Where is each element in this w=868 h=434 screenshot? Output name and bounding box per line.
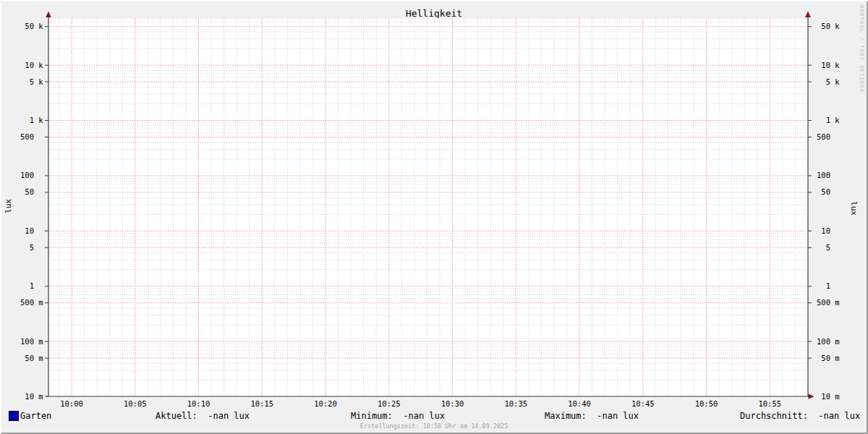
x-axis-tick-label: 10:45 [621,399,665,409]
legend-stat-minimum: Minimum: -nan lux [351,411,445,421]
y-axis-tick-label-left: 10 m [20,392,43,401]
y-axis-unit-right: lux [848,200,859,217]
legend-stat-aktuell: Aktuell: -nan lux [156,411,250,421]
y-axis-tick-label-left: 50 m [20,354,43,363]
y-axis-tick-label-left: 100 m [20,337,43,346]
rrdtool-watermark: RRDTOOL / TOBI OETIKER [859,5,865,93]
y-axis-tick-label-right: 5 [817,243,830,252]
y-axis-tick-label-left: 500 m [20,298,43,307]
y-axis-tick-label-left: 10 k [20,61,43,70]
x-axis-tick-label: 10:30 [431,399,475,409]
legend-stat-durchschnitt: Durchschnitt: -nan lux [740,411,860,421]
legend-color-swatch [9,411,19,421]
y-axis-tick-label-right: 50 m [817,354,840,363]
y-axis-tick-label-left: 1 k [20,116,43,125]
x-axis-tick-label: 10:55 [748,399,791,409]
y-axis-tick-label-right: 1 k [817,116,840,125]
plot-canvas [48,18,808,396]
rrdtool-graph: Helligkeit RRDTOOL / TOBI OETIKER lux lu… [0,0,868,434]
x-axis-tick-label: 10:10 [177,399,221,409]
x-axis-tick-label: 10:50 [685,399,728,409]
y-axis-unit-left: lux [4,197,14,215]
x-axis-tick-label: 10:20 [304,399,347,409]
y-axis-tick-label-left: 1 [20,281,34,291]
y-axis-tick-label-left: 500 [20,132,34,142]
y-axis-tick-label-right: 1 [817,281,830,291]
y-axis-tick-label-right: 500 m [817,298,840,307]
legend-series-label: Garten [20,411,51,421]
y-axis-tick-label-left: 100 [20,171,34,180]
y-axis-tick-label-right: 10 m [817,392,840,401]
x-axis-tick-label: 10:35 [494,399,537,409]
y-axis-tick-label-right: 500 [817,132,830,142]
y-axis-tick-label-right: 5 k [817,77,840,87]
y-axis-tick-label-left: 10 [20,226,34,236]
y-axis-tick-label-right: 100 m [817,337,840,346]
y-axis-tick-label-right: 10 k [817,61,840,70]
x-axis-tick-label: 10:40 [558,399,601,409]
y-axis-tick-label-left: 5 [20,243,34,252]
creation-timestamp: Erstellungszeit: 10:58 Uhr am 14.09.2025 [0,422,868,430]
y-axis-tick-label-right: 100 [817,171,830,180]
y-axis-tick-label-right: 50 [817,187,830,197]
chart-title: Helligkeit [0,8,868,19]
y-axis-tick-label-left: 50 k [20,22,43,31]
y-axis-tick-label-left: 50 [20,187,34,197]
x-axis-tick-label: 10:15 [240,399,284,409]
x-axis-tick-label: 10:00 [50,399,93,409]
y-axis-tick-label-right: 10 [817,226,830,236]
x-axis-tick-label: 10:25 [367,399,411,409]
y-axis-tick-label-right: 50 k [817,22,840,31]
x-axis-tick-label: 10:05 [114,399,157,409]
y-axis-tick-label-left: 5 k [20,77,43,87]
legend-stat-maximum: Maximum: -nan lux [545,411,639,421]
